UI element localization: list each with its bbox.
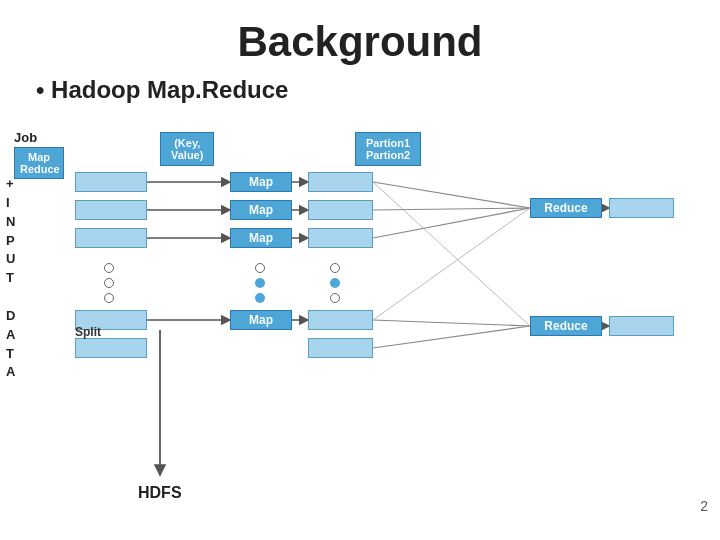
svg-line-11 — [373, 320, 530, 326]
dot-1 — [104, 263, 114, 273]
output-rect-2 — [609, 316, 674, 336]
input-rect-5 — [75, 338, 147, 358]
inter-rect-2 — [308, 200, 373, 220]
inter-dot-3 — [330, 293, 340, 303]
input-rect-3 — [75, 228, 147, 248]
dot-2 — [104, 278, 114, 288]
svg-line-12 — [373, 326, 530, 348]
job-label: Job — [14, 130, 37, 145]
svg-line-9 — [373, 208, 530, 210]
map-reduce-box: MapReduce — [14, 147, 64, 179]
map-box-1: Map — [230, 172, 292, 192]
output-rect-1 — [609, 198, 674, 218]
svg-line-13 — [373, 182, 530, 326]
inter-rect-1 — [308, 172, 373, 192]
job-box: Job MapReduce — [14, 130, 64, 179]
dot-3 — [104, 293, 114, 303]
inter-dot-1 — [330, 263, 340, 273]
svg-line-14 — [373, 208, 530, 320]
map-dot-2 — [255, 278, 265, 288]
input-data-label: +INPUTDATA — [6, 175, 15, 382]
reduce-box-2: Reduce — [530, 316, 602, 336]
map-dot-3 — [255, 293, 265, 303]
input-rect-1 — [75, 172, 147, 192]
split-label: Split — [75, 325, 101, 339]
page-title: Background — [0, 0, 720, 66]
map-box-4: Map — [230, 310, 292, 330]
hdfs-label: HDFS — [138, 484, 182, 502]
inter-dot-2 — [330, 278, 340, 288]
bullet-point: • Hadoop Map.Reduce — [36, 76, 720, 104]
partition-box: Partion1 Partion2 — [355, 132, 421, 166]
diagram-area: Job MapReduce +INPUTDATA (Key, Value) Pa… — [0, 120, 720, 520]
inter-rect-3 — [308, 228, 373, 248]
page-number: 2 — [700, 498, 708, 514]
inter-rect-5 — [308, 338, 373, 358]
map-dot-1 — [255, 263, 265, 273]
svg-line-10 — [373, 208, 530, 238]
svg-line-8 — [373, 182, 530, 208]
reduce-box-1: Reduce — [530, 198, 602, 218]
map-box-3: Map — [230, 228, 292, 248]
map-box-2: Map — [230, 200, 292, 220]
kv-box: (Key, Value) — [160, 132, 214, 166]
inter-rect-4 — [308, 310, 373, 330]
input-rect-2 — [75, 200, 147, 220]
